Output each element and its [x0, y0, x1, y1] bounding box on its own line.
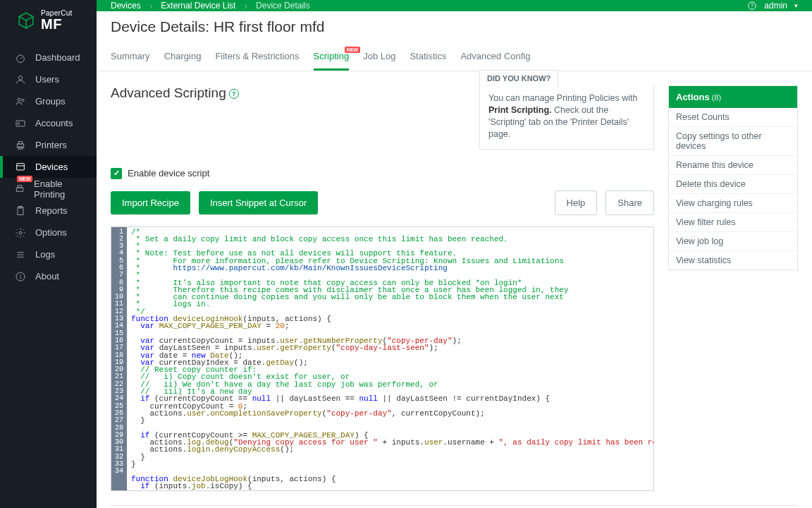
didyou-title: DID YOU KNOW?	[479, 70, 558, 87]
id-icon	[14, 117, 27, 130]
nav-users[interactable]: Users	[0, 68, 97, 90]
nav-enable-printing[interactable]: NEWEnable Printing	[0, 178, 97, 200]
chevron-down-icon: ▾	[794, 2, 798, 9]
tabs: Summary Charging Filters & Restrictions …	[97, 45, 812, 71]
svg-point-5	[22, 99, 24, 101]
import-recipe-button[interactable]: Import Recipe	[111, 191, 190, 214]
svg-text:?: ?	[751, 3, 753, 8]
crumb-devices[interactable]: Devices	[111, 1, 141, 11]
admin-label: admin	[764, 1, 787, 11]
tab-charging[interactable]: Charging	[164, 45, 202, 71]
help-button[interactable]: Help	[555, 190, 598, 215]
chevron-right-icon: ›	[147, 0, 156, 11]
share-button[interactable]: Share	[605, 190, 654, 215]
code-body[interactable]: /* * Set a daily copy limit and block co…	[127, 227, 654, 490]
gauge-icon	[14, 52, 27, 64]
code-editor[interactable]: 1234567891011121314151617181920212223242…	[111, 226, 654, 491]
svg-point-4	[18, 98, 20, 101]
printer-icon	[14, 139, 27, 152]
section-title: Advanced Scripting ?	[111, 85, 239, 101]
tab-filters[interactable]: Filters & Restrictions	[215, 45, 299, 71]
nav-label: Enable Printing	[34, 179, 90, 200]
svg-rect-8	[17, 144, 23, 147]
nav-reports[interactable]: Reports	[0, 200, 97, 222]
svg-point-3	[18, 75, 22, 79]
nav-logs[interactable]: Logs	[0, 243, 97, 265]
gear-icon	[14, 226, 27, 239]
nav-printers[interactable]: Printers	[0, 134, 97, 156]
insert-snippet-button[interactable]: Insert Snippet at Cursor	[199, 191, 318, 214]
tab-joblog[interactable]: Job Log	[363, 45, 395, 71]
action-filter-rules[interactable]: View filter rules	[669, 212, 797, 231]
clipboard-icon	[14, 205, 27, 217]
nav-label: Dashboard	[35, 52, 80, 63]
svg-point-23	[20, 274, 21, 275]
tab-scripting[interactable]: ScriptingNEW	[314, 45, 350, 71]
svg-rect-9	[18, 141, 22, 143]
footer: Cancel Apply	[111, 505, 798, 509]
svg-marker-0	[19, 13, 33, 20]
nav-label: Reports	[35, 205, 68, 216]
info-icon	[14, 270, 27, 283]
breadcrumb: Devices › External Device List › Device …	[97, 0, 812, 11]
svg-line-2	[20, 56, 23, 59]
nav-accounts[interactable]: Accounts	[0, 112, 97, 134]
actions-panel: Actions (8) Reset Counts Copy settings t…	[668, 85, 798, 270]
enable-script-checkbox[interactable]: ✓	[111, 168, 122, 179]
svg-rect-11	[17, 163, 25, 169]
enable-label: Enable device script	[128, 168, 209, 179]
crumb-list[interactable]: External Device List	[161, 1, 235, 11]
nav-label: Options	[35, 227, 67, 238]
brand-bottom: MF	[41, 17, 73, 31]
did-you-know: DID YOU KNOW? You can manage Printing Po…	[479, 85, 654, 150]
line-gutter: 1234567891011121314151617181920212223242…	[111, 227, 127, 490]
nav: Dashboard Users Groups Accounts Printers…	[0, 47, 97, 287]
nav-label: Users	[35, 74, 59, 85]
svg-point-7	[18, 122, 20, 124]
nav-label: Accounts	[35, 118, 73, 128]
svg-rect-13	[16, 188, 23, 191]
list-icon	[14, 248, 27, 261]
action-statistics[interactable]: View statistics	[669, 250, 797, 270]
nav-label: Logs	[35, 249, 55, 260]
tab-statistics[interactable]: Statistics	[410, 45, 446, 71]
svg-point-17	[19, 231, 22, 234]
actions-header: Actions (8)	[669, 86, 797, 108]
new-badge: NEW	[345, 47, 360, 53]
tab-summary[interactable]: Summary	[111, 45, 150, 71]
nav-devices[interactable]: Devices	[0, 156, 97, 178]
new-badge: NEW	[17, 176, 32, 182]
action-delete[interactable]: Delete this device	[669, 174, 797, 193]
action-job-log[interactable]: View job log	[669, 231, 797, 250]
sidebar: PaperCut MF Dashboard Users Groups Accou…	[0, 0, 97, 508]
action-charging-rules[interactable]: View charging rules	[669, 193, 797, 212]
user-icon	[14, 73, 27, 86]
nav-about[interactable]: About	[0, 265, 97, 287]
enable-icon	[14, 183, 25, 195]
logo: PaperCut MF	[0, 0, 97, 38]
page-title: Device Details: HR first floor mfd	[111, 18, 798, 35]
action-rename[interactable]: Rename this device	[669, 155, 797, 174]
main: Devices › External Device List › Device …	[97, 0, 812, 508]
chevron-right-icon: ›	[241, 0, 250, 11]
crumb-current: Device Details	[256, 1, 310, 11]
nav-dashboard[interactable]: Dashboard	[0, 47, 97, 68]
logo-icon	[17, 11, 35, 30]
user-menu[interactable]: ? admin ▾	[747, 1, 798, 11]
device-icon	[14, 161, 27, 174]
action-copy-settings[interactable]: Copy settings to other devices	[669, 126, 797, 155]
help-icon[interactable]: ?	[229, 89, 239, 99]
nav-label: Groups	[35, 96, 66, 107]
nav-label: Printers	[35, 140, 67, 150]
tab-advanced[interactable]: Advanced Config	[460, 45, 530, 71]
users-icon	[14, 95, 27, 108]
nav-options[interactable]: Options	[0, 222, 97, 243]
nav-label: About	[35, 271, 59, 282]
nav-groups[interactable]: Groups	[0, 90, 97, 112]
nav-label: Devices	[35, 162, 68, 172]
svg-rect-14	[18, 185, 21, 187]
help-icon: ?	[747, 1, 757, 11]
action-reset-counts[interactable]: Reset Counts	[669, 108, 797, 126]
